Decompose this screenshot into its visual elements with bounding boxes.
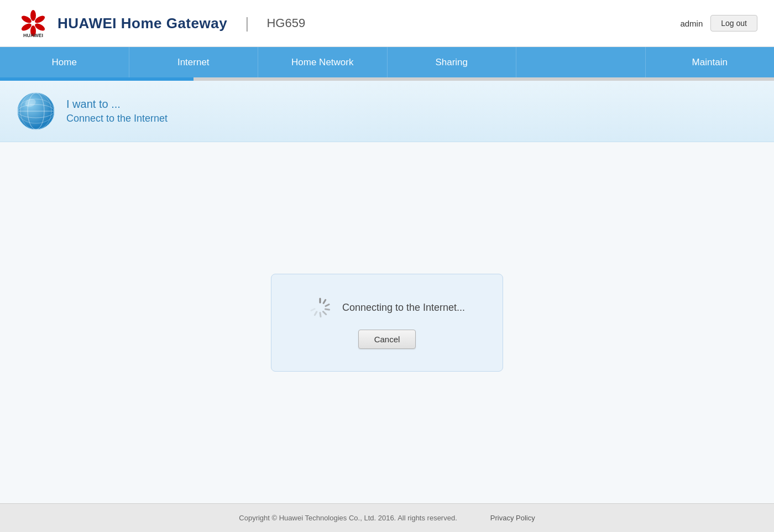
nav-item-home[interactable]: Home	[0, 47, 129, 77]
header-right: admin Log out	[680, 15, 757, 32]
svg-line-19	[320, 313, 321, 317]
svg-point-0	[30, 10, 36, 21]
logout-button[interactable]: Log out	[710, 15, 757, 32]
svg-line-17	[325, 309, 329, 310]
globe-icon	[17, 92, 55, 131]
footer-copyright: Copyright © Huawei Technologies Co., Ltd…	[239, 514, 457, 522]
header-model: HG659	[266, 16, 305, 30]
svg-line-18	[323, 312, 326, 315]
header-title: HUAWEI Home Gateway	[57, 15, 227, 32]
loading-spinner-icon	[309, 296, 331, 319]
banner-subtitle: Connect to the Internet	[66, 113, 168, 124]
nav-item-maintain[interactable]: Maintain	[646, 47, 775, 77]
nav-item-home-network[interactable]: Home Network	[258, 47, 388, 77]
admin-label: admin	[680, 19, 703, 28]
cancel-button[interactable]: Cancel	[358, 330, 416, 349]
header: HUAWEI HUAWEI Home Gateway | HG659 admin…	[0, 0, 774, 47]
nav-item-internet[interactable]: Internet	[129, 47, 259, 77]
connecting-dialog: Connecting to the Internet... Cancel	[271, 274, 503, 372]
main-nav: Home Internet Home Network Sharing Maint…	[0, 47, 774, 77]
progress-bar-fill	[0, 77, 194, 81]
banner-title: I want to ...	[66, 98, 168, 111]
footer: Copyright © Huawei Technologies Co., Ltd…	[0, 503, 774, 532]
svg-line-20	[315, 312, 317, 315]
main-content: Connecting to the Internet... Cancel	[0, 142, 774, 503]
huawei-logo-icon: HUAWEI	[17, 8, 50, 39]
svg-line-21	[311, 309, 315, 311]
nav-item-sharing[interactable]: Sharing	[388, 47, 517, 77]
svg-text:HUAWEI: HUAWEI	[23, 33, 43, 38]
nav-item-empty	[516, 47, 646, 77]
banner-text-area: I want to ... Connect to the Internet	[66, 98, 168, 124]
connecting-text: Connecting to the Internet...	[342, 302, 465, 314]
progress-bar-container	[0, 77, 774, 81]
svg-line-16	[326, 305, 329, 306]
svg-line-15	[323, 300, 326, 303]
banner: I want to ... Connect to the Internet	[0, 81, 774, 142]
privacy-policy-link[interactable]: Privacy Policy	[490, 514, 535, 522]
connecting-row: Connecting to the Internet...	[309, 296, 465, 319]
logo-area: HUAWEI HUAWEI Home Gateway | HG659	[17, 8, 305, 39]
header-divider: |	[245, 14, 249, 32]
